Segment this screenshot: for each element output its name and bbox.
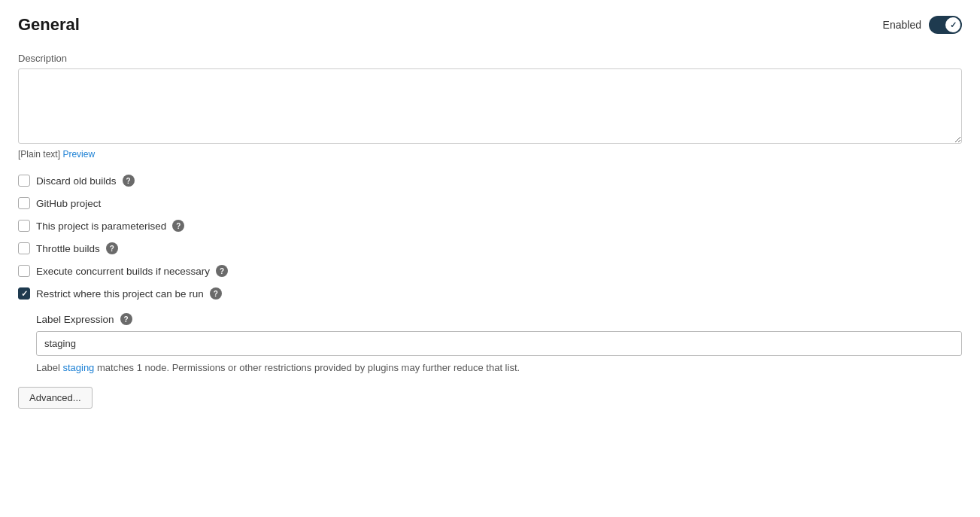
description-section: Description [Plain text] Preview [18,53,962,160]
discard-old-builds-help-icon[interactable]: ? [123,175,135,187]
github-project-checkbox[interactable] [18,197,30,209]
throttle-builds-help-icon[interactable]: ? [106,242,118,254]
parameterised-label: This project is parameterised [36,220,166,232]
option-throttle-builds: Throttle builds ? [18,242,962,254]
option-discard-old-builds: Discard old builds ? [18,175,962,187]
options-section: Discard old builds ? GitHub project This… [18,175,962,373]
preview-link[interactable]: Preview [62,149,95,160]
concurrent-builds-label: Execute concurrent builds if necessary [36,266,210,277]
toggle-knob [945,17,960,32]
restrict-where-label: Restrict where this project can be run [36,288,204,300]
option-parameterised: This project is parameterised ? [18,220,962,232]
label-info-prefix: Label [36,362,62,373]
plain-text-label: [Plain text] [18,149,60,160]
discard-old-builds-checkbox[interactable] [18,175,30,187]
label-expression-row: Label Expression ? [36,313,962,325]
throttle-builds-label: Throttle builds [36,243,100,254]
label-expression-help-icon[interactable]: ? [120,313,132,325]
enabled-label: Enabled [883,19,921,31]
parameterised-help-icon[interactable]: ? [172,220,184,232]
enabled-section: Enabled [883,16,962,34]
advanced-button[interactable]: Advanced... [18,387,93,409]
text-format-bar: [Plain text] Preview [18,149,962,160]
option-github-project: GitHub project [18,197,962,209]
throttle-builds-checkbox[interactable] [18,242,30,254]
description-label: Description [18,53,962,64]
label-expression-label: Label Expression [36,314,114,325]
concurrent-builds-checkbox[interactable] [18,265,30,277]
description-textarea[interactable] [18,68,962,144]
discard-old-builds-label: Discard old builds [36,175,117,187]
label-info-text: Label staging matches 1 node. Permission… [36,362,962,373]
parameterised-checkbox[interactable] [18,220,30,232]
label-expression-section: Label Expression ? Label staging matches… [36,313,962,373]
label-staging-link[interactable]: staging [62,362,94,373]
option-concurrent-builds: Execute concurrent builds if necessary ? [18,265,962,277]
label-info-suffix: matches 1 node. Permissions or other res… [94,362,520,373]
enabled-toggle[interactable] [929,16,962,34]
page-title: General [18,15,80,35]
label-expression-input[interactable] [36,331,962,356]
restrict-where-checkbox[interactable] [18,287,30,300]
concurrent-builds-help-icon[interactable]: ? [216,265,228,277]
page-header: General Enabled [18,15,962,35]
github-project-label: GitHub project [36,198,101,209]
restrict-where-help-icon[interactable]: ? [210,287,222,300]
option-restrict-where: Restrict where this project can be run ? [18,287,962,300]
